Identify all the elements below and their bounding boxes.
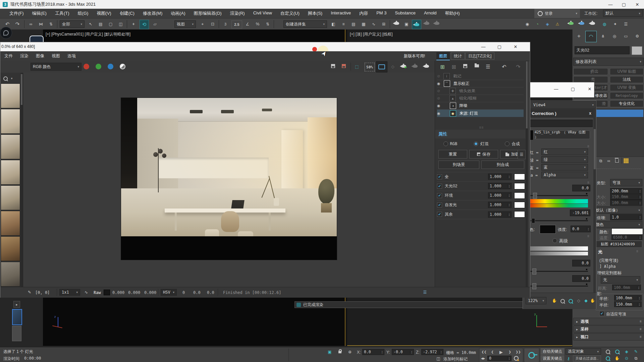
cc-zoom-select[interactable]: 122% — [526, 297, 546, 304]
vfb-menu-image[interactable]: 图像 — [36, 53, 44, 59]
select-object-icon[interactable]: ↖ — [87, 20, 95, 28]
pin-stack-icon[interactable]: ⧉ — [597, 158, 604, 164]
mod-uvwxform-button[interactable]: UVW 变换 — [610, 84, 644, 91]
vfb-tab-stats[interactable]: 统计 — [451, 52, 465, 60]
maximize-viewport-icon[interactable]: ⧉ — [632, 355, 640, 361]
mod-normal-button[interactable]: 法线 — [610, 76, 644, 83]
zoom-region-icon[interactable] — [567, 298, 574, 304]
history-scrollbar[interactable] — [20, 73, 23, 287]
redo-icon[interactable]: ↷ — [514, 63, 522, 71]
rollout-viewport[interactable]: 视口 — [573, 333, 644, 341]
go-to-start-icon[interactable]: ❮❮ — [480, 349, 488, 355]
menu-scripting[interactable]: 脚本(S) — [308, 10, 322, 16]
type-select[interactable]: 穹顶 — [610, 179, 642, 186]
vray-toolbar-icon[interactable]: ◍ — [600, 20, 608, 28]
channel-checkbox[interactable] — [437, 202, 442, 207]
cc-level2-slider[interactable] — [526, 286, 588, 287]
time-config-icon[interactable] — [513, 356, 520, 361]
spinner-snap-icon[interactable]: ⇅ — [264, 20, 272, 28]
light-color-swatch[interactable] — [611, 228, 643, 235]
delete-layer-icon[interactable]: ⊠ — [450, 63, 458, 71]
extras-icon[interactable]: ✦ — [611, 20, 619, 28]
radius2-field[interactable]: 150.0mm — [614, 301, 642, 307]
redo-icon[interactable]: ↷ — [13, 20, 21, 28]
view-select[interactable]: View4 — [523, 101, 596, 109]
lightmix-row-all[interactable]: 全 1.000 — [437, 172, 525, 181]
vfb-titlebar[interactable]: 0.0% of 640 x 480] — ▢ ✕ — [0, 42, 530, 51]
save-all-channels-icon[interactable] — [340, 64, 347, 68]
snap-toggle-25d-icon[interactable]: 2.5 — [231, 20, 242, 28]
zoom-all-icon[interactable] — [613, 349, 621, 355]
menu-interactive[interactable]: Interactive — [331, 10, 351, 16]
key-mode-icon[interactable]: ◀▶ — [480, 356, 486, 361]
mod-retopology-button[interactable]: Retopology — [610, 92, 644, 99]
cc-blue-select[interactable]: 蓝 — [541, 164, 588, 171]
vfb-tab-layers[interactable]: 图层 — [436, 52, 450, 60]
auto-key-button[interactable]: 自动关键点 — [541, 348, 564, 355]
display-tab-icon[interactable]: ▭ — [621, 32, 631, 41]
visibility-icon[interactable]: ⊘ — [437, 74, 440, 78]
menu-arnold[interactable]: Arnold — [424, 10, 437, 16]
selection-filter-select[interactable]: 全部 — [60, 20, 85, 28]
region-render-toggle[interactable] — [376, 61, 387, 72]
next-frame-icon[interactable]: ❯ — [506, 349, 514, 355]
vfb-minimize-icon[interactable]: — — [477, 44, 490, 49]
snap-toggle-3d-icon[interactable]: 3 — [221, 20, 229, 28]
cc-level1-slider[interactable] — [526, 271, 588, 272]
isolate-selection-icon[interactable]: ▣ — [326, 349, 333, 355]
create-tab-icon[interactable]: + — [574, 32, 584, 41]
blue-channel-toggle[interactable] — [108, 64, 113, 69]
update-notice[interactable]: 新版本可用! — [404, 53, 425, 59]
more-tools-icon[interactable]: ☰ — [622, 20, 630, 28]
render-interactive-icon[interactable] — [411, 65, 419, 68]
history-thumbnail[interactable] — [1, 262, 20, 287]
warning-icon[interactable]: ⚠ — [553, 20, 561, 28]
history-thumbnail[interactable] — [1, 134, 20, 159]
channel-checkbox[interactable] — [437, 193, 442, 198]
cc-tint-swatch[interactable] — [540, 225, 556, 234]
motion-tab-icon[interactable]: ◎ — [609, 32, 620, 41]
schematic-view-icon[interactable]: ⊞ — [380, 20, 388, 28]
menu-tools[interactable]: 工具(T) — [55, 10, 69, 16]
pan-active-icon[interactable]: ✋ — [589, 297, 596, 304]
cc-saturation-field[interactable]: -19.601 — [570, 209, 590, 216]
menu-group[interactable]: 组(G) — [78, 10, 89, 16]
adaptive-dome-checkbox[interactable] — [599, 311, 604, 316]
viewport-layout-arrow[interactable]: ▸ — [13, 301, 20, 308]
panel-scrollbar[interactable] — [526, 61, 528, 287]
map-button[interactable]: 贴图 #1914240699 — [593, 241, 642, 248]
mode-select[interactable]: 默认（图像） — [593, 206, 642, 214]
history-thumbnail[interactable] — [1, 83, 20, 108]
menu-create[interactable]: 创建(C) — [120, 10, 135, 16]
visibility-icon[interactable]: ⊘ — [437, 89, 440, 93]
cc-green-select[interactable]: 绿 — [541, 156, 588, 163]
prev-frame-icon[interactable]: ❮ — [489, 349, 496, 355]
menu-rendering[interactable]: 渲染(R) — [230, 10, 245, 16]
menu-animation[interactable]: 动画(A) — [171, 10, 185, 16]
reset-button[interactable]: 重置 — [438, 150, 467, 159]
channel-color-swatch[interactable] — [514, 192, 525, 199]
mirror-icon[interactable]: ◧ — [329, 20, 337, 28]
channel-color-swatch[interactable] — [514, 211, 525, 218]
undo-icon[interactable]: ↶ — [500, 63, 508, 71]
radius1-field[interactable]: 100.0mm — [614, 295, 642, 301]
rendered-frame-window-icon[interactable]: ▣ — [402, 20, 411, 28]
curve-editor-icon[interactable]: ∿ — [370, 20, 378, 28]
hsv-select[interactable]: HSV — [161, 289, 177, 296]
pan-icon[interactable]: ✋ — [613, 355, 621, 361]
unlink-icon[interactable]: ⋈ — [37, 20, 45, 28]
menu-customize[interactable]: 自定义(U) — [280, 10, 300, 16]
channel-select[interactable]: RGB 颜色 — [31, 63, 82, 71]
layer-row-sharpen-blur[interactable]: ⊘ ▲ 锐化/模糊 — [437, 95, 524, 102]
close-icon[interactable]: ✕ — [631, 2, 644, 7]
channel-value-field[interactable]: 1.000 — [488, 212, 512, 218]
utilities-tab-icon[interactable]: ⚙ — [632, 32, 642, 41]
selection-lock-icon[interactable] — [336, 348, 343, 354]
render-production-icon[interactable] — [412, 20, 421, 29]
texture-select[interactable]: 无 — [601, 276, 640, 284]
set-key-button[interactable]: 设置关键点 — [541, 355, 564, 362]
zoom-extents-selected-icon[interactable]: ◆ — [583, 297, 589, 304]
vfb-maximize-icon[interactable]: ▢ — [493, 44, 506, 49]
layer-row-lens-effects[interactable]: ⊘ ✚ 镜头效果 — [437, 87, 524, 95]
minimize-icon[interactable]: — — [604, 2, 617, 7]
